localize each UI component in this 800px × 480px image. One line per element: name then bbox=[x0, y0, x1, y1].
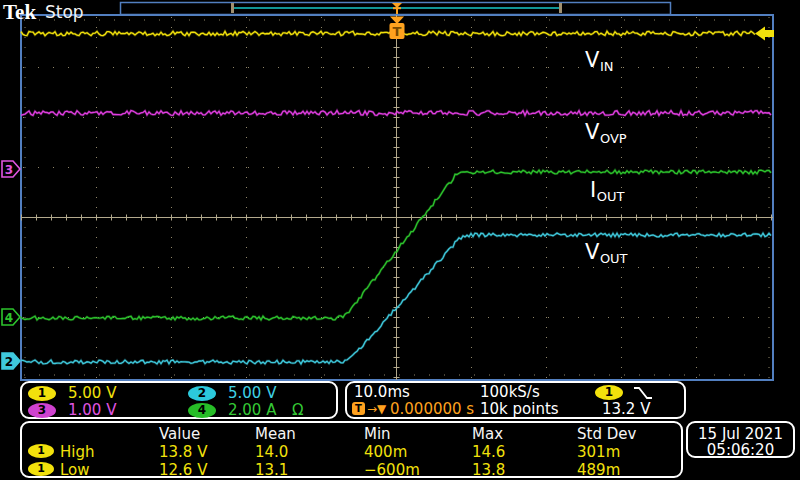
trace-label-sub: OUT bbox=[597, 189, 625, 204]
trace-label-sub: IN bbox=[600, 59, 614, 74]
sample-rate: 100kS/s bbox=[480, 385, 540, 400]
channel-2-scale[interactable]: 5.00 V bbox=[228, 386, 276, 401]
record-length: 10k points bbox=[480, 402, 559, 417]
channel-readout-box: 1 5.00 V 2 5.00 V 3 1.00 V 4 2.00 A Ω bbox=[20, 381, 338, 419]
meas-source-badge: 1 bbox=[28, 444, 54, 458]
trace-label-iout: IOUT bbox=[590, 178, 624, 204]
svg-text:3: 3 bbox=[5, 163, 13, 177]
channel-4-position-marker[interactable]: 4 bbox=[2, 309, 20, 325]
meas-name: Low bbox=[60, 462, 90, 478]
meas-name: High bbox=[60, 444, 94, 460]
meas-value: 12.6 V bbox=[159, 462, 207, 478]
meas-stddev: 301m bbox=[577, 444, 620, 460]
col-header-max: Max bbox=[472, 426, 503, 442]
date-label: 15 Jul 2021 bbox=[688, 426, 793, 442]
trace-label-main: V bbox=[585, 48, 600, 72]
channel-2-position-marker[interactable]: 2 bbox=[2, 353, 20, 369]
meas-stddev: 489m bbox=[577, 462, 620, 478]
channel-1-scale[interactable]: 5.00 V bbox=[68, 386, 116, 401]
trigger-level-readout: 13.2 V bbox=[602, 402, 650, 417]
oscilloscope-screen: Tek Stop 342T VIN VOVP IOUT VOUT 1 5.00 … bbox=[0, 0, 800, 480]
svg-text:4: 4 bbox=[5, 311, 13, 325]
falling-edge-icon bbox=[633, 385, 653, 401]
channel-3-scale[interactable]: 1.00 V bbox=[68, 403, 116, 418]
trigger-t-icon: T bbox=[352, 402, 365, 415]
channel-4-scale[interactable]: 2.00 A bbox=[228, 403, 276, 418]
trigger-source-badge[interactable]: 1 bbox=[595, 385, 623, 400]
channel-2-badge[interactable]: 2 bbox=[188, 386, 216, 401]
trace-label-vovp: VOVP bbox=[585, 120, 627, 146]
timebase-readout-box: 10.0ms 100kS/s 1 T →▼ 0.000000 s 10k poi… bbox=[345, 381, 686, 419]
tek-logo: Tek bbox=[3, 0, 36, 25]
time-label: 05:06:20 bbox=[688, 442, 793, 458]
meas-mean: 13.1 bbox=[255, 462, 288, 478]
impedance-label: Ω bbox=[292, 403, 303, 418]
channel-1-badge[interactable]: 1 bbox=[28, 386, 56, 401]
svg-text:T: T bbox=[393, 24, 402, 39]
trace-label-main: V bbox=[585, 120, 600, 144]
channel-3-position-marker[interactable]: 3 bbox=[2, 161, 20, 177]
svg-text:2: 2 bbox=[5, 355, 13, 369]
datetime-box: 15 Jul 2021 05:06:20 bbox=[686, 421, 795, 458]
meas-source-badge: 1 bbox=[28, 462, 54, 476]
meas-mean: 14.0 bbox=[255, 444, 288, 460]
col-header-value: Value bbox=[159, 426, 200, 442]
channel-3-badge[interactable]: 3 bbox=[28, 403, 56, 418]
col-header-mean: Mean bbox=[255, 426, 296, 442]
meas-max: 14.6 bbox=[472, 444, 505, 460]
col-header-min: Min bbox=[364, 426, 391, 442]
trace-label-main: I bbox=[590, 178, 597, 202]
trigger-position-marker[interactable] bbox=[392, 3, 402, 14]
trace-label-sub: OVP bbox=[600, 131, 627, 146]
trace-label-vout: VOUT bbox=[585, 240, 628, 266]
col-header-stddev: Std Dev bbox=[577, 426, 636, 442]
window-bracket-right bbox=[559, 3, 562, 13]
trigger-position-arrows: →▼ bbox=[367, 402, 386, 417]
window-bracket-left bbox=[231, 3, 234, 13]
meas-max: 13.8 bbox=[472, 462, 505, 478]
acquisition-status: Stop bbox=[45, 2, 84, 22]
meas-min: 400m bbox=[364, 444, 407, 460]
channel-4-badge[interactable]: 4 bbox=[188, 403, 216, 418]
trigger-position-time: 0.000000 s bbox=[390, 402, 474, 417]
measurement-table: Value Mean Min Max Std Dev 1 High 13.8 V… bbox=[20, 421, 683, 478]
trace-label-sub: OUT bbox=[600, 251, 628, 266]
horizontal-scale: 10.0ms bbox=[354, 385, 410, 400]
trace-label-vin: VIN bbox=[585, 48, 613, 74]
meas-value: 13.8 V bbox=[159, 444, 207, 460]
meas-min: −600m bbox=[364, 462, 420, 478]
trace-label-main: V bbox=[585, 240, 600, 264]
